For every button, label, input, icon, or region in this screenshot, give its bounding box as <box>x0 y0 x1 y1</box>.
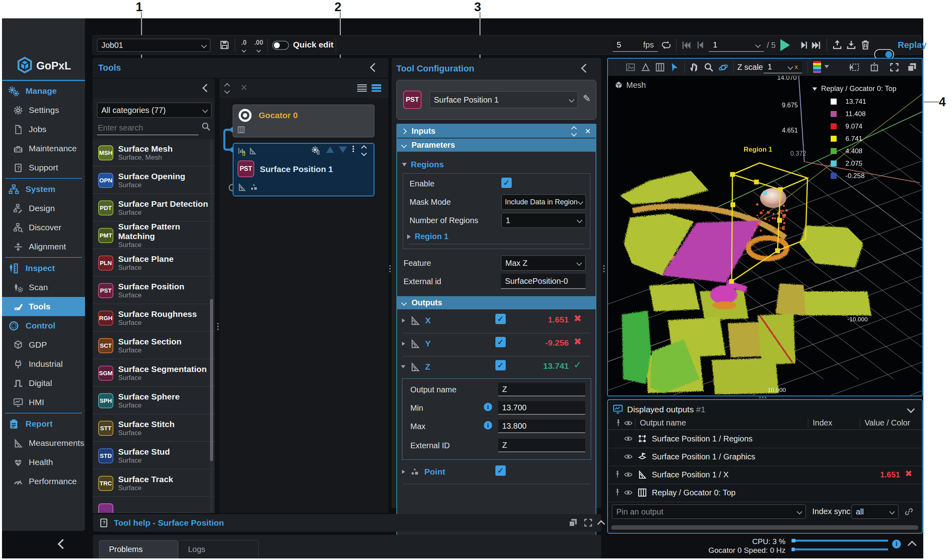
splitter-handle[interactable] <box>389 265 391 267</box>
expander-icon[interactable] <box>402 470 405 474</box>
decimal-increase-icon[interactable]: .00 <box>252 39 265 53</box>
expander-icon[interactable] <box>402 342 405 346</box>
tool-item-surface-roughness[interactable]: RGHSurface RoughnessSurface <box>93 305 215 332</box>
region1-toggle[interactable]: Region 1 <box>407 232 448 241</box>
sidebar-item-discover[interactable]: Discover <box>2 218 85 237</box>
download-icon[interactable] <box>846 40 857 50</box>
move-up-icon[interactable] <box>326 146 334 153</box>
pipeline-node-gocator[interactable]: Gocator 0 <box>233 105 374 137</box>
sidebar-item-inspect[interactable]: Inspect <box>2 259 85 278</box>
output-z-checkbox[interactable]: ✓ <box>495 360 506 370</box>
sidebar-item-system[interactable]: System <box>2 180 85 199</box>
sidebar-item-scan[interactable]: Scan <box>2 278 85 297</box>
tool-item-surface-opening[interactable]: OPNSurface OpeningSurface <box>93 167 215 194</box>
fullscreen-icon[interactable] <box>889 62 900 73</box>
sidebar-item-hmi[interactable]: HMI <box>2 393 85 412</box>
output-y-checkbox[interactable]: ✓ <box>495 337 506 347</box>
quick-edit-toggle[interactable] <box>272 41 289 50</box>
sidebar-item-gdp[interactable]: GDP <box>2 335 85 354</box>
link-icon[interactable] <box>904 507 914 516</box>
sidebar-item-digital[interactable]: Digital <box>2 374 85 393</box>
z-min-input[interactable]: 13.700 <box>498 401 585 415</box>
tool-item-surface-section[interactable]: SCTSurface SectionSurface <box>93 332 215 359</box>
viewer-canvas[interactable]: 14.070 9.675 4.651 0.372 Region 1 -10.00… <box>608 76 922 396</box>
output-x-checkbox[interactable]: ✓ <box>495 314 506 324</box>
profile-view-icon[interactable] <box>641 62 651 72</box>
output-row-x[interactable]: X <box>402 315 431 326</box>
sidebar-item-design[interactable]: Design <box>2 199 85 218</box>
node-menu-icon[interactable] <box>352 146 354 147</box>
expand-help-icon[interactable] <box>598 521 604 528</box>
zscale-select[interactable]: 1 x <box>764 61 802 73</box>
sidebar-item-maintenance[interactable]: Maintenance <box>2 139 85 158</box>
play-button[interactable] <box>780 39 790 51</box>
splitter-handle[interactable] <box>217 323 219 325</box>
orbit-icon[interactable] <box>718 62 728 73</box>
legend-collapse-icon[interactable] <box>812 87 817 91</box>
sidebar-item-support[interactable]: Support <box>2 158 85 177</box>
horizontal-scrollbar[interactable] <box>611 525 918 530</box>
pipeline-node-tool[interactable]: [] PST Surface Position 1 <box>233 143 374 196</box>
sidebar-collapse-button[interactable] <box>59 540 66 549</box>
trash-icon[interactable] <box>860 40 871 50</box>
tool-search-input[interactable] <box>97 121 198 135</box>
tool-item-surface-track[interactable]: TRCSurface TrackSurface <box>93 470 215 497</box>
splitter-handle[interactable] <box>603 265 605 267</box>
sidebar-item-tools[interactable]: Tools <box>2 297 85 316</box>
next-frame-icon[interactable] <box>799 40 809 50</box>
job-select[interactable]: Job01 <box>97 39 210 52</box>
info-icon[interactable]: i <box>484 403 492 411</box>
grid-view-icon[interactable] <box>655 62 665 72</box>
feature-select[interactable]: Max Z <box>501 255 586 271</box>
enable-checkbox[interactable]: ✓ <box>501 178 512 188</box>
outputs-section-header[interactable]: Outputs <box>397 296 596 309</box>
sidebar-item-measurements[interactable]: Measurements <box>2 433 85 453</box>
color-scale-icon[interactable] <box>813 61 821 73</box>
info-icon[interactable]: i <box>892 540 901 548</box>
first-frame-icon[interactable] <box>681 40 691 51</box>
tool-item-surface-stud[interactable]: STDSurface StudSurface <box>93 442 215 469</box>
sidebar-item-industrial[interactable]: Industrial <box>2 354 85 374</box>
parameters-section-header[interactable]: Parameters <box>397 139 596 152</box>
save-job-icon[interactable] <box>219 40 230 50</box>
sidebar-item-report[interactable]: Report <box>2 414 85 433</box>
output-row[interactable]: Surface Position 1 / X 1.651 ✖ <box>609 466 922 484</box>
tool-list-collapse[interactable] <box>204 85 210 93</box>
move-down-icon[interactable] <box>339 146 347 153</box>
tool-config-collapse[interactable] <box>582 65 589 73</box>
node-settings-icon[interactable] <box>311 146 320 155</box>
stack-view-icon[interactable] <box>372 84 381 92</box>
sidebar-item-alignment[interactable]: Alignment <box>2 237 85 256</box>
image-view-icon[interactable] <box>625 62 635 72</box>
clear-pipeline-icon[interactable]: ✕ <box>240 83 247 93</box>
mask-mode-select[interactable]: Include Data in Region <box>501 194 586 210</box>
eye-icon[interactable] <box>624 434 633 443</box>
tool-select[interactable]: Surface Position 1 <box>429 91 578 108</box>
rename-tool-icon[interactable]: ✎ <box>583 93 591 104</box>
eye-icon[interactable] <box>624 488 633 497</box>
tool-item-surface-plane[interactable]: PLNSurface PlaneSurface <box>93 249 215 277</box>
decimal-decrease-icon[interactable]: .0 <box>238 39 249 53</box>
output-row-z[interactable]: Z <box>401 362 430 372</box>
sidebar-item-health[interactable]: Health <box>2 453 85 472</box>
tab-problems[interactable]: Problems <box>99 540 178 558</box>
tool-item-surface-pattern-matching[interactable]: PMTSurface Pattern MatchingSurface <box>93 222 215 249</box>
z-max-input[interactable]: 13.800 <box>498 420 585 433</box>
zoom-icon[interactable] <box>704 62 714 72</box>
layers-icon[interactable] <box>906 62 917 73</box>
tool-list-scrollbar[interactable] <box>210 139 213 513</box>
output-row[interactable]: Surface Position 1 / Regions <box>609 430 922 448</box>
expand-status-icon[interactable] <box>909 542 915 550</box>
fit-height-icon[interactable] <box>869 62 880 73</box>
regions-group-toggle[interactable]: Regions <box>402 160 444 169</box>
pan-hand-icon[interactable] <box>689 62 700 72</box>
fullscreen-icon[interactable] <box>583 518 593 528</box>
tool-item-surface-stitch[interactable]: STTSurface StitchSurface <box>93 415 215 442</box>
tool-item-surface-part-detection[interactable]: PDTSurface Part DetectionSurface <box>93 194 215 222</box>
color-scale-dropdown-icon[interactable] <box>824 65 829 68</box>
displayed-outputs-collapse[interactable] <box>908 406 914 414</box>
node-collapse-icon[interactable] <box>362 146 366 155</box>
eye-icon[interactable] <box>624 470 633 479</box>
tool-item-surface-sphere[interactable]: SPHSurface SphereSurface <box>93 387 215 414</box>
sidebar-item-performance[interactable]: Performance <box>2 472 85 491</box>
